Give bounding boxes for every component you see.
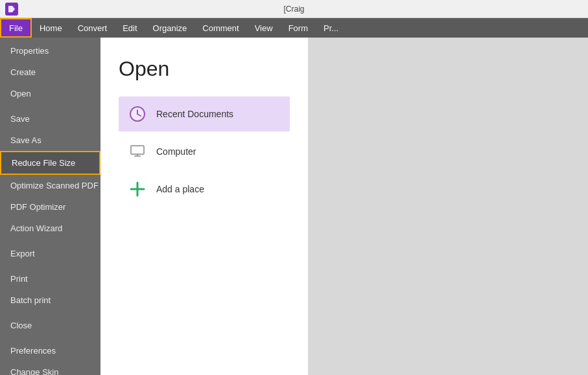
window-title: [Craig <box>283 5 304 14</box>
menu-convert[interactable]: Convert <box>70 18 115 38</box>
menu-bar: File Home Convert Edit Organize Comment … <box>0 18 588 38</box>
sidebar-item-print[interactable]: Print <box>0 268 100 290</box>
sidebar-item-open[interactable]: Open <box>0 83 100 104</box>
open-panel: Open Recent Documents Computer <box>100 38 308 375</box>
menu-comment[interactable]: Comment <box>194 18 246 38</box>
menu-pr[interactable]: Pr... <box>316 18 346 38</box>
sidebar-item-save[interactable]: Save <box>0 108 100 130</box>
rest-area <box>308 38 588 375</box>
open-option-computer[interactable]: Computer <box>119 134 290 169</box>
app-logo <box>5 3 18 16</box>
main-layout: Properties Create Open Save Save As Redu… <box>0 38 588 375</box>
sidebar-item-save-as[interactable]: Save As <box>0 130 100 151</box>
sidebar-item-change-skin[interactable]: Change Skin <box>0 361 100 375</box>
open-panel-title: Open <box>119 57 290 81</box>
open-option-recent[interactable]: Recent Documents <box>119 97 290 131</box>
sidebar: Properties Create Open Save Save As Redu… <box>0 38 100 375</box>
add-place-label: Add a place <box>156 184 204 194</box>
sidebar-item-action-wizard[interactable]: Action Wizard <box>0 218 100 239</box>
content-area: Open Recent Documents Computer <box>100 38 588 375</box>
menu-view[interactable]: View <box>247 18 281 38</box>
sidebar-item-preferences[interactable]: Preferences <box>0 340 100 361</box>
open-option-add-place[interactable]: Add a place <box>119 172 290 207</box>
computer-icon <box>128 142 147 161</box>
title-bar: [Craig <box>0 0 588 18</box>
clock-icon <box>128 104 147 124</box>
recent-documents-label: Recent Documents <box>156 109 233 119</box>
sidebar-item-pdf-optimizer[interactable]: PDF Optimizer <box>0 196 100 218</box>
add-place-icon <box>128 179 147 199</box>
sidebar-item-optimize-scanned[interactable]: Optimize Scanned PDF <box>0 175 100 196</box>
sidebar-item-close[interactable]: Close <box>0 315 100 336</box>
sidebar-item-reduce-file-size[interactable]: Reduce File Size <box>0 151 100 175</box>
svg-rect-3 <box>131 146 144 154</box>
sidebar-item-properties[interactable]: Properties <box>0 40 100 62</box>
sidebar-item-export[interactable]: Export <box>0 243 100 264</box>
sidebar-item-create[interactable]: Create <box>0 62 100 83</box>
menu-edit[interactable]: Edit <box>115 18 145 38</box>
computer-label: Computer <box>156 146 196 157</box>
menu-organize[interactable]: Organize <box>145 18 195 38</box>
sidebar-item-batch-print[interactable]: Batch print <box>0 290 100 311</box>
menu-form[interactable]: Form <box>281 18 316 38</box>
menu-home[interactable]: Home <box>32 18 70 38</box>
menu-file[interactable]: File <box>0 18 32 38</box>
